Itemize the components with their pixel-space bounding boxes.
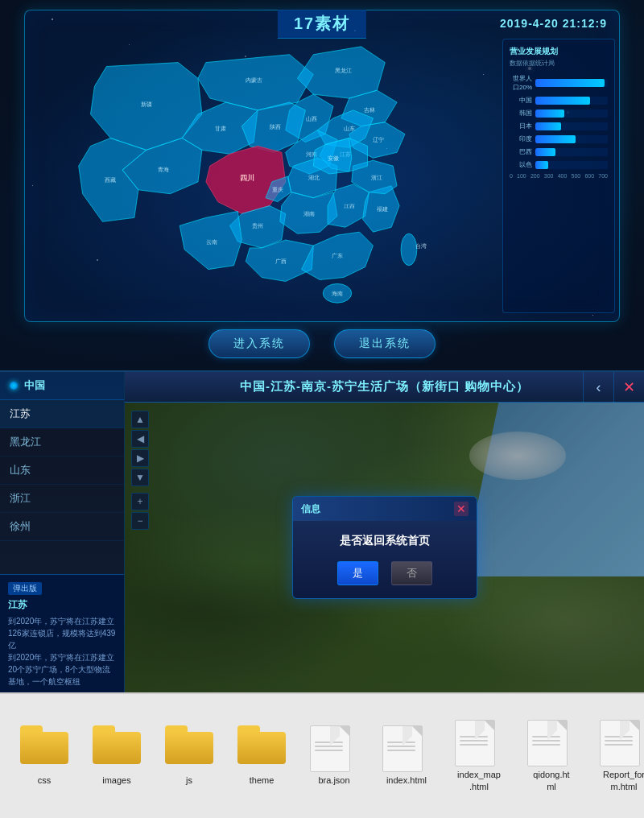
file-doc-icon-qidong [527,720,576,764]
file-item-js[interactable]: js [161,725,217,786]
folder-icon-css [20,725,68,770]
file-item-bra-json[interactable]: bra.json [306,725,362,786]
folder-icon-js [165,725,213,770]
bar-fill-israel [535,161,548,169]
dialog-header: 信息 ✕ [293,497,477,521]
file-label-theme: theme [250,775,275,786]
bottom-buttons: 进入系统 退出系统 [208,329,436,358]
chart-axis: 0 100 200 300 400 500 600 700 [510,173,608,179]
dialog-no-button[interactable]: 否 [391,561,432,585]
chart-bar-japan: 日本 [510,122,608,130]
popup-panel: 弹出版 江苏 到2020年，苏宁将在江苏建立126家连锁店，规模将达到439亿 … [0,574,124,692]
bar-track-world [535,79,608,87]
map-topbar-controls: ‹ ✕ [583,372,644,403]
popup-line-1: 到2020年，苏宁将在江苏建立126家连锁店，规模将达到439亿 [8,615,116,651]
bar-label-brazil: 巴西 [510,147,532,156]
bar-label-india: 印度 [510,134,532,143]
file-item-theme[interactable]: theme [233,725,290,786]
enter-system-button[interactable]: 进入系统 [208,329,310,358]
sidebar-item-shandong[interactable]: 山东 [0,457,124,485]
province-heilongjiang[interactable] [298,47,386,98]
dialog-yes-button[interactable]: 是 [337,561,378,585]
datetime-display: 2019-4-20 21:12:9 [500,17,607,30]
bar-label-japan: 日本 [510,122,532,130]
file-label-index-html: index.html [386,775,427,786]
file-label-bra-json: bra.json [318,775,349,786]
sidebar-title: 中国 [24,378,45,393]
file-doc-icon-index-map [455,720,503,764]
sidebar-item-heilongjiang[interactable]: 黑龙江 [0,428,124,457]
axis-600: 600 [584,173,594,179]
axis-200: 200 [530,173,540,179]
file-item-index-map-html[interactable]: index_map.html [451,720,507,792]
axis-0: 0 [510,173,513,179]
china-map-container: 新疆 内蒙古 甘肃 青海 西藏 黑龙江 吉林 [33,35,498,313]
map-dashboard: 17素材 2019-4-20 21:12:9 新疆 内蒙古 甘肃 青海 [0,0,644,370]
sidebar-item-xuzhou[interactable]: 徐州 [0,513,124,541]
dialog-close-button[interactable]: ✕ [454,502,469,516]
bar-label-israel: 以色 [510,160,532,169]
file-browser: css images js theme [0,692,644,818]
chart-bar-brazil: 巴西 [510,147,608,156]
sidebar-dot [10,382,18,390]
province-yunnan[interactable] [180,211,242,269]
bar-fill-india [535,135,576,143]
main-map-area: 中国-江苏-南京-苏宁生活广场（新街口 购物中心） ‹ ✕ ▲ ◀ ▶ ▼ + … [125,372,644,692]
sidebar-item-zhejiang[interactable]: 浙江 [0,485,124,513]
sidebar-item-jiangsu[interactable]: 江苏 [0,400,124,428]
dialog-body: 是否返回系统首页 是 否 [293,521,477,598]
chart-bar-israel: 以色 [510,160,608,169]
china-map-svg: 新疆 内蒙古 甘肃 青海 西藏 黑龙江 吉林 [33,35,498,313]
map-topbar: 中国-江苏-南京-苏宁生活广场（新街口 购物中心） ‹ ✕ [125,372,644,403]
province-taiwan[interactable] [401,233,417,266]
bar-fill-brazil [535,148,555,156]
bar-track-china [535,97,608,105]
chart-bar-world: 世界人口20% [510,74,608,92]
dialog-overlay: 信息 ✕ 是否返回系统首页 是 否 [125,403,644,692]
map-back-button[interactable]: ‹ [583,372,613,403]
file-item-index-html[interactable]: index.html [378,725,435,786]
file-label-qidong-html: qidong.html [533,769,569,792]
bar-fill-world [535,79,605,87]
file-item-qidong-html[interactable]: qidong.html [523,720,580,792]
bar-chart-panel: 营业发展规划 数据依据统计局 世界人口20% 中国 韩国 [502,39,615,313]
map-frame: 17素材 2019-4-20 21:12:9 新疆 内蒙古 甘肃 青海 [24,10,620,322]
dialog-buttons: 是 否 [303,561,467,585]
exit-system-button[interactable]: 退出系统 [334,329,436,358]
file-doc-icon-report [600,720,644,764]
file-label-index-map-html: index_map.html [457,769,501,792]
bar-fill-japan [535,122,561,130]
file-item-images[interactable]: images [89,725,145,786]
satellite-map[interactable]: ▲ ◀ ▶ ▼ + − 信息 ✕ 是否返回系统首页 是 [125,403,644,692]
bar-fill-china [535,97,590,105]
bar-track-japan [535,122,608,130]
axis-400: 400 [558,173,568,179]
map-topbar-title: 中国-江苏-南京-苏宁生活广场（新街口 购物中心） [240,379,529,395]
file-label-report-form-html: Report_form.html [603,769,644,792]
file-doc-icon-index [382,725,431,770]
file-item-css[interactable]: css [16,725,72,786]
gis-section: 中国 江苏 黑龙江 山东 浙江 徐州 弹出版 江苏 到2020年，苏宁将在江苏建… [0,370,644,692]
dialog-title: 信息 [301,502,320,516]
chart-subtitle: 数据依据统计局 [510,59,608,68]
folder-icon-images [93,725,141,770]
province-guangdong[interactable] [301,232,373,279]
bar-track-brazil [535,148,608,156]
bar-label-world: 世界人口20% [510,74,532,92]
chart-bar-india: 印度 [510,134,608,143]
province-hainan[interactable] [323,283,352,303]
file-item-report-form-html[interactable]: Report_form.html [596,720,644,792]
popup-region: 江苏 [8,598,116,612]
file-label-images: images [102,775,130,786]
province-inner-mongolia[interactable] [198,55,313,110]
axis-500: 500 [572,173,581,179]
map-close-button[interactable]: ✕ [613,372,644,403]
chart-bar-korea: 韩国 [510,109,608,118]
chart-bar-china: 中国 [510,96,608,105]
bar-label-china: 中国 [510,96,532,105]
file-doc-icon-bra [310,725,358,770]
left-sidebar: 中国 江苏 黑龙江 山东 浙江 徐州 弹出版 江苏 到2020年，苏宁将在江苏建… [0,372,125,692]
province-sichuan[interactable] [206,146,286,213]
dialog-message: 是否返回系统首页 [303,534,467,548]
axis-100: 100 [517,173,526,179]
